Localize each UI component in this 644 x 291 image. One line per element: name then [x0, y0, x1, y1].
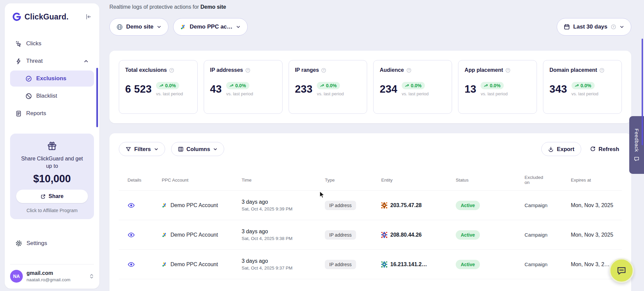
- stat-value: 233: [295, 83, 313, 95]
- refresh-icon: [590, 146, 596, 152]
- table-row: 3 days ago: [119, 279, 622, 291]
- entity-cell: 16.213.141.2…: [381, 261, 456, 268]
- status-badge: Active: [456, 201, 480, 210]
- help-icon[interactable]: ?: [599, 68, 604, 73]
- stat-value: 13: [464, 83, 476, 95]
- affiliate-program-link[interactable]: Click to Affiliate Program: [16, 208, 88, 213]
- help-icon[interactable]: ?: [406, 68, 411, 73]
- chat-launcher-button[interactable]: [609, 258, 634, 283]
- help-icon[interactable]: ?: [505, 68, 510, 73]
- page-scrollbar-thumb[interactable]: [642, 39, 643, 145]
- entity-cell: 208.80.44.26: [381, 232, 456, 238]
- sidebar-item-threat[interactable]: Threat: [10, 53, 94, 69]
- table-toolbar: Filters Columns Export: [119, 142, 622, 156]
- threat-icon: [15, 58, 22, 64]
- status-cell: Active: [456, 260, 525, 269]
- brand-name: ClickGuard.: [24, 12, 68, 21]
- stat-label: App placement: [464, 67, 503, 73]
- svg-text:?: ?: [171, 68, 172, 72]
- entity-cell: 203.75.47.28: [381, 202, 456, 208]
- excluded-on-cell: Campaign: [525, 202, 571, 208]
- delta-badge: 0.0%: [156, 82, 179, 89]
- svg-text:?: ?: [601, 68, 603, 72]
- gear-icon: [15, 240, 22, 247]
- view-details-eye-icon[interactable]: [128, 261, 135, 268]
- refresh-button[interactable]: Refresh: [587, 142, 622, 156]
- avatar: NA: [10, 270, 23, 283]
- view-details-eye-icon[interactable]: [128, 202, 135, 209]
- sidebar-item-blacklist[interactable]: Blacklist: [10, 88, 94, 104]
- selector-row: Demo site Demo PPC ac…: [109, 18, 631, 36]
- type-cell: IP address: [325, 230, 381, 240]
- trend-up-icon: [484, 84, 488, 88]
- table-row: Demo PPC Account 3 days ago Sat, Oct 4, …: [119, 220, 622, 250]
- sidebar-scrollbar[interactable]: [96, 68, 98, 127]
- stat-value: 234: [380, 83, 397, 95]
- share-button[interactable]: Share: [16, 190, 88, 203]
- stat-total-exclusions: Total exclusions ? 6 523 0.0% vs. last p…: [119, 60, 198, 114]
- sidebar-collapse-icon[interactable]: [85, 13, 92, 20]
- account-names: gmail.com naatali.ro@gmail.com: [27, 270, 70, 282]
- ppc-account-cell: Demo PPC Account: [162, 232, 242, 238]
- svg-text:?: ?: [323, 68, 325, 72]
- time-cell: 3 days ago Sat, Oct 4, 2025 9:38 PM: [242, 229, 325, 241]
- entity-identicon: [381, 202, 387, 208]
- chevron-down-icon: [620, 25, 624, 29]
- ppc-account-selector[interactable]: Demo PPC ac…: [173, 18, 248, 36]
- sidebar-item-label: Blacklist: [36, 93, 57, 99]
- share-button-label: Share: [49, 193, 63, 199]
- sidebar-item-reports[interactable]: Reports: [10, 105, 94, 122]
- export-icon: [548, 146, 554, 152]
- feedback-label: Feedback: [634, 129, 640, 152]
- table-row: Demo PPC Account 3 days ago Sat, Oct 4, …: [119, 191, 622, 220]
- stat-caption: vs. last period: [226, 91, 253, 96]
- col-header-ppc-account: PPC Account: [162, 178, 242, 183]
- svg-text:?: ?: [507, 68, 509, 72]
- sidebar-nav: Clicks Threat Exclusions: [10, 36, 94, 122]
- col-header-time: Time: [242, 178, 325, 183]
- chevron-down-icon: [213, 147, 217, 151]
- stat-app-placement: App placement ? 13 0.0% vs. last period: [458, 60, 537, 114]
- time-cell: 3 days ago Sat, Oct 4, 2025 9:37 PM: [242, 258, 325, 271]
- help-icon[interactable]: ?: [321, 68, 326, 73]
- chevron-down-icon: [157, 25, 161, 29]
- table-row: Demo PPC Account 3 days ago Sat, Oct 4, …: [119, 250, 622, 279]
- site-selector[interactable]: Demo site: [109, 18, 168, 36]
- sidebar-item-exclusions[interactable]: Exclusions: [10, 70, 94, 87]
- entity-identicon: [381, 232, 387, 238]
- stat-label: Audience: [380, 67, 404, 73]
- col-header-entity: Entity: [381, 178, 456, 183]
- sidebar: ClickGuard. Clicks Threat: [5, 3, 99, 289]
- columns-button[interactable]: Columns: [171, 142, 225, 156]
- stat-label: IP addresses: [210, 67, 243, 73]
- account-domain: gmail.com: [27, 270, 70, 276]
- stat-label: IP ranges: [295, 67, 319, 73]
- time-cell: 3 days ago Sat, Oct 4, 2025 9:39 PM: [242, 199, 325, 211]
- stat-value: 43: [210, 83, 222, 95]
- view-details-eye-icon[interactable]: [128, 231, 135, 239]
- stat-caption: vs. last period: [481, 91, 507, 96]
- chevron-up-icon: [84, 59, 89, 64]
- delta-badge: 0.0%: [317, 82, 340, 89]
- stats-summary: Total exclusions ? 6 523 0.0% vs. last p…: [109, 51, 631, 123]
- help-icon[interactable]: ?: [245, 68, 250, 73]
- stat-ip-addresses: IP addresses ? 43 0.0% vs. last period: [204, 60, 283, 114]
- google-ads-icon: [162, 261, 167, 267]
- account-menu[interactable]: NA gmail.com naatali.ro@gmail.com: [10, 264, 94, 283]
- chevron-down-icon: [236, 25, 241, 29]
- type-cell: IP address: [325, 260, 381, 269]
- page-subtitle: Realtime logs of protective actions for …: [109, 4, 631, 10]
- filters-button[interactable]: Filters: [119, 142, 165, 156]
- sidebar-item-label: Clicks: [26, 40, 41, 47]
- site-selector-label: Demo site: [126, 23, 153, 30]
- delta-badge: 0.0%: [402, 82, 425, 89]
- external-link-icon: [41, 194, 46, 199]
- stat-audience: Audience ? 234 0.0% vs. last period: [373, 60, 452, 114]
- date-range-selector[interactable]: Last 30 days ?: [557, 18, 631, 36]
- export-button[interactable]: Export: [541, 142, 581, 156]
- sidebar-item-settings[interactable]: Settings: [10, 235, 94, 251]
- sidebar-item-clicks[interactable]: Clicks: [10, 36, 94, 52]
- help-icon[interactable]: ?: [169, 68, 174, 73]
- date-range-label: Last 30 days: [573, 23, 607, 30]
- type-badge: IP address: [325, 201, 356, 210]
